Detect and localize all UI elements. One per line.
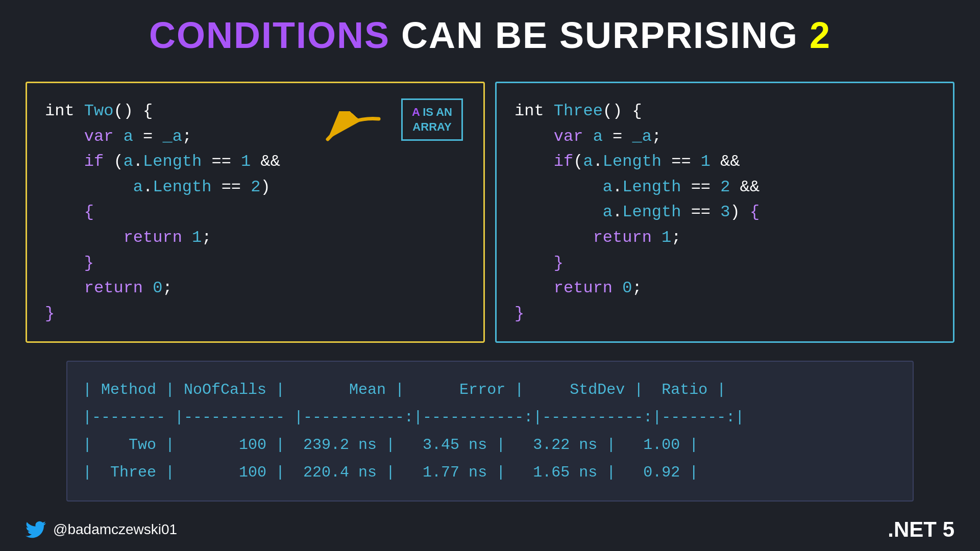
page-title: CONDITIONS CAN BE SURPRISING 2 [0, 0, 980, 56]
net5-label: .NET 5 [888, 517, 954, 542]
arrow-container [317, 111, 384, 155]
annotation-a: A [412, 106, 420, 118]
benchmark-table-container: | Method | NoOfCalls | Mean | Error | St… [66, 361, 914, 502]
twitter-handle: @badamczewski01 [53, 521, 177, 538]
annotation-box: A IS ANARRAY [401, 98, 463, 141]
twitter-handle-container: @badamczewski01 [26, 519, 177, 540]
title-number: 2 [810, 15, 831, 56]
code-block-three: int Three() { var a = _a; if(a.Length ==… [514, 98, 935, 326]
code-panel-three: int Three() { var a = _a; if(a.Length ==… [495, 82, 954, 343]
twitter-icon [26, 519, 46, 540]
code-panels: int Two() { var a = _a; if (a.Length == … [26, 82, 954, 343]
code-panel-two: int Two() { var a = _a; if (a.Length == … [26, 82, 485, 343]
title-conditions: CONDITIONS [149, 15, 390, 56]
benchmark-table: | Method | NoOfCalls | Mean | Error | St… [83, 376, 897, 486]
arrow-icon [317, 111, 384, 152]
title-can-be-surprising: CAN BE SURPRISING [401, 15, 810, 56]
footer: @badamczewski01 .NET 5 [0, 517, 980, 542]
